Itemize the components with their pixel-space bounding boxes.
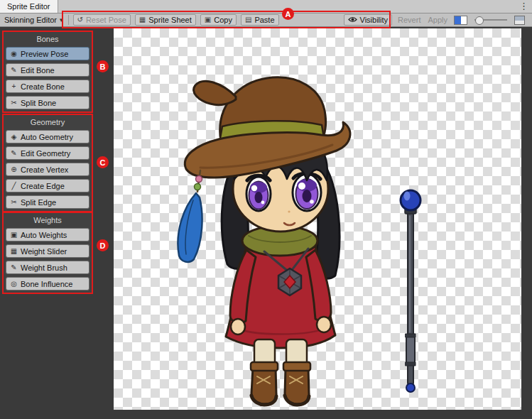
geometry-panel: Geometry ◈ Auto Geometry ✎ Edit Geometry… (2, 114, 93, 212)
hat-charm (178, 170, 202, 262)
bone-influence-button[interactable]: ◎ Bone Influence (6, 277, 89, 290)
copy-button[interactable]: ▣ Copy (200, 14, 237, 26)
annotation-label-d: D (97, 239, 109, 251)
bone-influence-icon: ◎ (10, 280, 18, 288)
preview-pose-icon: ◉ (10, 50, 18, 58)
create-vertex-icon: ⊕ (10, 165, 18, 173)
cube-pendant (278, 268, 301, 295)
sprite-editor-window: Sprite Editor ⋮ Skinning Editor ▾ ↺ Rese… (0, 0, 532, 419)
edit-bone-icon: ✎ (10, 66, 18, 74)
visibility-button[interactable]: Visibility (344, 14, 393, 26)
edit-bone-button[interactable]: ✎ Edit Bone (6, 63, 89, 77)
title-bar: Sprite Editor ⋮ (0, 0, 532, 13)
split-bone-button[interactable]: ✂ Split Bone (6, 96, 89, 109)
create-bone-icon: + (10, 82, 18, 90)
overlay-opacity-slider[interactable] (474, 19, 507, 21)
annotation-label-c: C (97, 156, 109, 168)
tab-title: Sprite Editor (7, 2, 50, 11)
bone-color-swatch[interactable] (454, 16, 467, 25)
create-bone-button[interactable]: + Create Bone (6, 80, 89, 93)
bones-panel: Bones ◉ Preview Pose ✎ Edit Bone + Creat… (2, 31, 93, 113)
reset-pose-button[interactable]: ↺ Reset Pose (73, 14, 131, 26)
paste-icon: ▤ (245, 16, 251, 23)
auto-weights-button[interactable]: ▣ Auto Weights (6, 228, 89, 241)
overflow-menu-icon[interactable]: ⋮ (519, 1, 528, 12)
edit-geometry-button[interactable]: ✎ Edit Geometry (6, 146, 89, 160)
create-vertex-button[interactable]: ⊕ Create Vertex (6, 163, 89, 176)
grid-toggle-icon[interactable] (514, 16, 525, 25)
mode-dropdown[interactable]: Skinning Editor ▾ (1, 13, 66, 26)
sprite-sheet-icon: ▦ (139, 16, 146, 23)
auto-geometry-icon: ◈ (10, 133, 18, 141)
reset-pose-icon: ↺ (77, 16, 83, 23)
weights-panel-title: Weights (6, 215, 89, 226)
auto-geometry-button[interactable]: ◈ Auto Geometry (6, 130, 89, 143)
slider-knob[interactable] (475, 16, 484, 25)
staff-sprite (401, 190, 420, 392)
apply-button[interactable]: Apply (425, 16, 450, 24)
weight-brush-button[interactable]: ✎ Weight Brush (6, 261, 89, 274)
weight-slider-icon: ▦ (10, 247, 18, 255)
toolbar: Skinning Editor ▾ ↺ Reset Pose ▦ Sprite … (0, 13, 532, 27)
split-bone-icon: ✂ (10, 99, 18, 107)
copy-icon: ▣ (205, 16, 211, 23)
sprite-editor-tab[interactable]: Sprite Editor (0, 0, 58, 13)
chevron-down-icon: ▾ (60, 16, 63, 23)
mode-dropdown-label: Skinning Editor (4, 16, 57, 24)
split-edge-icon: ✂ (10, 198, 18, 206)
paste-button[interactable]: ▤ Paste (241, 14, 279, 26)
preview-pose-button[interactable]: ◉ Preview Pose (6, 47, 89, 60)
annotation-label-b: B (97, 60, 109, 72)
auto-weights-icon: ▣ (10, 231, 18, 239)
sprite-sheet-button[interactable]: ▦ Sprite Sheet (135, 14, 196, 26)
sprite-canvas[interactable] (114, 28, 521, 410)
visibility-eye-icon (348, 16, 357, 24)
create-edge-icon: ╱ (10, 182, 18, 190)
toolbar-separator (68, 15, 69, 25)
weight-slider-button[interactable]: ▦ Weight Slider (6, 244, 89, 258)
create-edge-button[interactable]: ╱ Create Edge (6, 179, 89, 192)
weights-panel: Weights ▣ Auto Weights ▦ Weight Slider ✎… (2, 212, 93, 294)
bones-panel-title: Bones (6, 34, 89, 45)
revert-button[interactable]: Revert (395, 16, 423, 24)
character-sprite (114, 28, 521, 410)
split-edge-button[interactable]: ✂ Split Edge (6, 195, 89, 209)
geometry-panel-title: Geometry (6, 117, 89, 128)
left-eye (246, 175, 271, 211)
edit-geometry-icon: ✎ (10, 149, 18, 157)
weight-brush-icon: ✎ (10, 263, 18, 271)
